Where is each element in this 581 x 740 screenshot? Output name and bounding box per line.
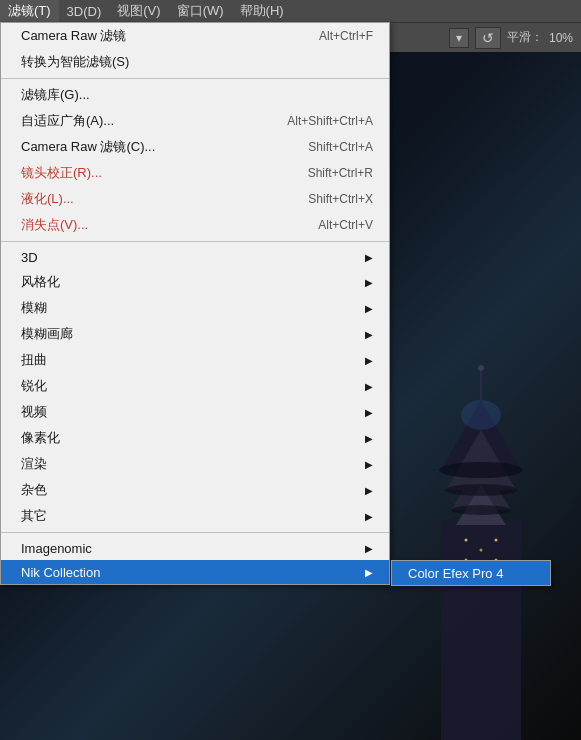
svg-rect-1: [441, 520, 521, 740]
menu-item-sharpen[interactable]: 锐化 ▶: [1, 373, 389, 399]
menu-item-label: 风格化: [21, 273, 357, 291]
smooth-label: 平滑：: [507, 29, 543, 46]
menu-item-label: Nik Collection: [21, 565, 357, 580]
menu-item-lens-correction[interactable]: 镜头校正(R)... Shift+Ctrl+R: [1, 160, 389, 186]
background-building: [381, 340, 581, 740]
submenu-arrow-icon: ▶: [365, 329, 373, 340]
separator-2: [1, 241, 389, 242]
menu-item-liquify[interactable]: 液化(L)... Shift+Ctrl+X: [1, 186, 389, 212]
nik-submenu: Color Efex Pro 4: [391, 560, 551, 586]
menu-item-label: 渲染: [21, 455, 357, 473]
menubar-item-3d[interactable]: 3D(D): [59, 0, 110, 22]
menu-item-shortcut: Shift+Ctrl+A: [308, 140, 373, 154]
separator-1: [1, 78, 389, 79]
menu-item-label: 像素化: [21, 429, 357, 447]
menu-item-imagenomic[interactable]: Imagenomic ▶: [1, 536, 389, 560]
svg-point-7: [445, 484, 517, 496]
menu-item-other[interactable]: 其它 ▶: [1, 503, 389, 529]
smooth-value: 10%: [549, 31, 573, 45]
menu-item-video[interactable]: 视频 ▶: [1, 399, 389, 425]
svg-point-6: [439, 462, 523, 478]
submenu-item-color-efex[interactable]: Color Efex Pro 4: [392, 561, 550, 585]
menu-item-label: 锐化: [21, 377, 357, 395]
menu-item-shortcut: Alt+Ctrl+F: [319, 29, 373, 43]
menu-item-vanishing-point[interactable]: 消失点(V)... Alt+Ctrl+V: [1, 212, 389, 238]
menu-item-label: 模糊画廊: [21, 325, 357, 343]
menu-item-render[interactable]: 渲染 ▶: [1, 451, 389, 477]
submenu-arrow-icon: ▶: [365, 252, 373, 263]
menu-item-pixelate[interactable]: 像素化 ▶: [1, 425, 389, 451]
menu-item-shortcut: Shift+Ctrl+R: [308, 166, 373, 180]
submenu-arrow-icon: ▶: [365, 277, 373, 288]
menu-item-label: 其它: [21, 507, 357, 525]
menu-item-label: Camera Raw 滤镜(C)...: [21, 138, 288, 156]
toolbar-icon-btn[interactable]: ↺: [475, 27, 501, 49]
submenu-arrow-icon: ▶: [365, 485, 373, 496]
submenu-arrow-icon: ▶: [365, 303, 373, 314]
svg-point-14: [461, 400, 501, 430]
submenu-item-label: Color Efex Pro 4: [408, 566, 503, 581]
menu-item-convert-smart[interactable]: 转换为智能滤镜(S): [1, 49, 389, 75]
menu-item-label: 3D: [21, 250, 357, 265]
menu-item-filter-library[interactable]: 滤镜库(G)...: [1, 82, 389, 108]
menu-item-label: Camera Raw 滤镜: [21, 27, 299, 45]
menu-item-label: 杂色: [21, 481, 357, 499]
menu-item-label: 镜头校正(R)...: [21, 164, 288, 182]
menubar-item-filter[interactable]: 滤镜(T): [0, 0, 59, 22]
submenu-arrow-icon: ▶: [365, 543, 373, 554]
svg-point-13: [480, 549, 483, 552]
submenu-arrow-icon: ▶: [365, 567, 373, 578]
menu-item-label: 视频: [21, 403, 357, 421]
menu-item-adaptive-wide[interactable]: 自适应广角(A)... Alt+Shift+Ctrl+A: [1, 108, 389, 134]
menu-item-label: 自适应广角(A)...: [21, 112, 267, 130]
menu-item-blur[interactable]: 模糊 ▶: [1, 295, 389, 321]
menu-item-label: 消失点(V)...: [21, 216, 298, 234]
menubar-item-view[interactable]: 视图(V): [109, 0, 168, 22]
svg-point-9: [465, 539, 468, 542]
submenu-arrow-icon: ▶: [365, 433, 373, 444]
menu-item-label: 液化(L)...: [21, 190, 288, 208]
menu-item-camera-raw-filter[interactable]: Camera Raw 滤镜 Alt+Ctrl+F: [1, 23, 389, 49]
separator-3: [1, 532, 389, 533]
toolbar-dropdown-btn[interactable]: ▾: [449, 28, 469, 48]
svg-point-8: [451, 505, 511, 515]
menu-item-shortcut: Alt+Shift+Ctrl+A: [287, 114, 373, 128]
menu-item-shortcut: Shift+Ctrl+X: [308, 192, 373, 206]
menu-item-noise[interactable]: 杂色 ▶: [1, 477, 389, 503]
menu-item-label: Imagenomic: [21, 541, 357, 556]
menu-item-blur-gallery[interactable]: 模糊画廊 ▶: [1, 321, 389, 347]
menubar-item-window[interactable]: 窗口(W): [169, 0, 232, 22]
menu-bar: 滤镜(T) 3D(D) 视图(V) 窗口(W) 帮助(H): [0, 0, 581, 22]
menu-item-shortcut: Alt+Ctrl+V: [318, 218, 373, 232]
svg-point-10: [495, 539, 498, 542]
menubar-item-help[interactable]: 帮助(H): [232, 0, 292, 22]
menu-item-label: 转换为智能滤镜(S): [21, 53, 373, 71]
submenu-arrow-icon: ▶: [365, 511, 373, 522]
menu-item-label: 滤镜库(G)...: [21, 86, 373, 104]
svg-point-16: [478, 365, 484, 371]
menu-item-stylize[interactable]: 风格化 ▶: [1, 269, 389, 295]
menu-item-distort[interactable]: 扭曲 ▶: [1, 347, 389, 373]
menu-item-3d[interactable]: 3D ▶: [1, 245, 389, 269]
menu-item-label: 模糊: [21, 299, 357, 317]
submenu-arrow-icon: ▶: [365, 459, 373, 470]
filter-dropdown-menu: Camera Raw 滤镜 Alt+Ctrl+F 转换为智能滤镜(S) 滤镜库(…: [0, 22, 390, 585]
submenu-arrow-icon: ▶: [365, 381, 373, 392]
menu-item-nik-collection[interactable]: Nik Collection ▶ Color Efex Pro 4: [1, 560, 389, 584]
menu-item-label: 扭曲: [21, 351, 357, 369]
submenu-arrow-icon: ▶: [365, 355, 373, 366]
submenu-arrow-icon: ▶: [365, 407, 373, 418]
menu-item-camera-raw-c[interactable]: Camera Raw 滤镜(C)... Shift+Ctrl+A: [1, 134, 389, 160]
